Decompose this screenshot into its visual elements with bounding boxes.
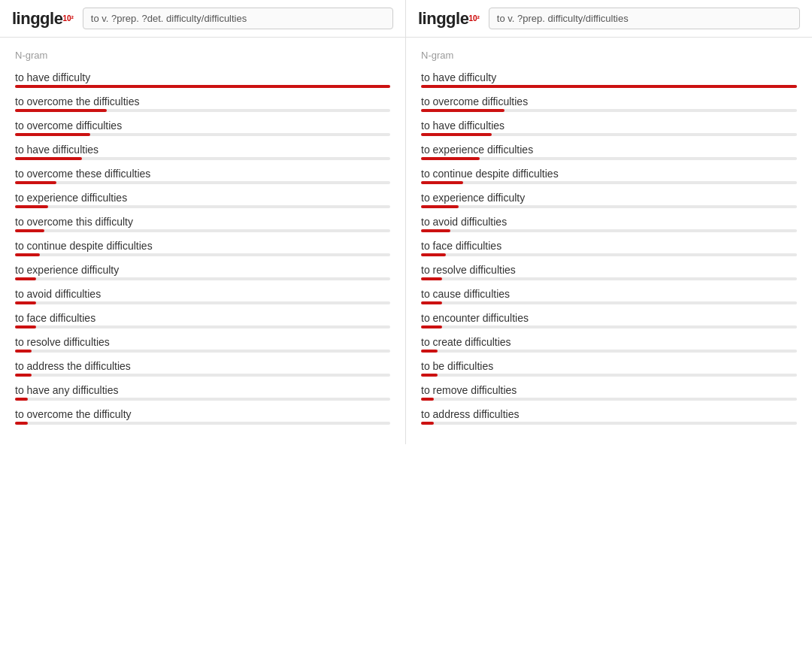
bar-fill <box>421 109 504 112</box>
bar-container <box>15 398 390 401</box>
bar-fill <box>421 374 438 377</box>
bar-fill <box>15 398 28 401</box>
list-item[interactable]: to remove difficulties <box>421 384 797 401</box>
bar-fill <box>421 133 492 136</box>
ngram-phrase: to have difficulty <box>15 71 390 85</box>
main-content: N-gram to have difficulty to overcome th… <box>0 38 812 444</box>
bar-container <box>15 325 390 328</box>
list-item[interactable]: to have difficulty <box>15 71 390 88</box>
list-item[interactable]: to have difficulties <box>15 144 390 160</box>
list-item[interactable]: to address difficulties <box>421 408 797 425</box>
ngram-phrase: to have difficulties <box>421 120 797 133</box>
ngram-phrase: to experience difficulties <box>421 144 797 157</box>
list-item[interactable]: to overcome difficulties <box>15 120 390 136</box>
bar-fill <box>15 157 82 160</box>
bar-fill <box>421 301 442 304</box>
bar-container <box>15 374 390 377</box>
bar-container <box>421 253 797 256</box>
left-panel: N-gram to have difficulty to overcome th… <box>0 38 406 444</box>
ngram-phrase: to have difficulties <box>15 144 390 157</box>
ngram-phrase: to experience difficulty <box>421 192 797 205</box>
bar-container <box>421 350 797 353</box>
bar-fill <box>15 253 40 256</box>
bar-container <box>15 229 390 232</box>
bar-fill <box>421 157 480 160</box>
bar-fill <box>15 325 36 328</box>
bar-fill <box>15 109 107 112</box>
list-item[interactable]: to overcome this difficulty <box>15 216 390 232</box>
ngram-phrase: to overcome the difficulties <box>15 95 390 109</box>
bar-fill <box>421 398 434 401</box>
list-item[interactable]: to resolve difficulties <box>421 264 797 280</box>
bar-container <box>421 398 797 401</box>
bar-container <box>421 325 797 328</box>
list-item[interactable]: to encounter difficulties <box>421 312 797 328</box>
list-item[interactable]: to overcome the difficulties <box>15 95 390 112</box>
bar-container <box>15 253 390 256</box>
bar-fill <box>421 253 446 256</box>
list-item[interactable]: to have difficulty <box>421 71 797 88</box>
ngram-phrase: to overcome difficulties <box>421 95 797 109</box>
bar-fill <box>15 301 36 304</box>
bar-fill <box>15 277 36 280</box>
bar-container <box>15 205 390 208</box>
bar-container <box>15 422 390 425</box>
list-item[interactable]: to have any difficulties <box>15 384 390 401</box>
right-search-input[interactable] <box>489 8 800 29</box>
list-item[interactable]: to experience difficulties <box>15 192 390 208</box>
list-item[interactable]: to continue despite difficulties <box>421 168 797 184</box>
list-item[interactable]: to face difficulties <box>15 312 390 328</box>
bar-fill <box>421 85 797 88</box>
bar-container <box>421 181 797 184</box>
list-item[interactable]: to continue despite difficulties <box>15 240 390 256</box>
ngram-phrase: to experience difficulties <box>15 192 390 205</box>
bar-container <box>15 157 390 160</box>
list-item[interactable]: to be difficulties <box>421 360 797 377</box>
ngram-phrase: to avoid difficulties <box>421 216 797 229</box>
list-item[interactable]: to have difficulties <box>421 120 797 136</box>
right-panel: N-gram to have difficulty to overcome di… <box>406 38 812 444</box>
list-item[interactable]: to overcome difficulties <box>421 95 797 112</box>
list-item[interactable]: to address the difficulties <box>15 360 390 377</box>
list-item[interactable]: to face difficulties <box>421 240 797 256</box>
bar-container <box>15 350 390 353</box>
list-item[interactable]: to overcome the difficulty <box>15 408 390 425</box>
list-item[interactable]: to experience difficulty <box>421 192 797 208</box>
list-item[interactable]: to resolve difficulties <box>15 336 390 353</box>
left-header: linggle10² <box>0 0 406 37</box>
bar-container <box>421 109 797 112</box>
ngram-phrase: to have difficulty <box>421 71 797 85</box>
ngram-phrase: to face difficulties <box>421 240 797 253</box>
right-ngram-label: N-gram <box>421 50 797 61</box>
left-logo: linggle10² <box>12 9 74 29</box>
list-item[interactable]: to experience difficulties <box>421 144 797 160</box>
ngram-phrase: to overcome these difficulties <box>15 168 390 181</box>
ngram-phrase: to continue despite difficulties <box>15 240 390 253</box>
right-logo-text: linggle <box>418 9 468 29</box>
list-item[interactable]: to overcome these difficulties <box>15 168 390 184</box>
bar-fill <box>15 85 390 88</box>
bar-container <box>15 301 390 304</box>
list-item[interactable]: to avoid difficulties <box>15 288 390 304</box>
left-ngram-label: N-gram <box>15 50 390 61</box>
bar-container <box>421 133 797 136</box>
ngram-phrase: to resolve difficulties <box>421 264 797 277</box>
left-search-input[interactable] <box>83 8 393 29</box>
right-logo: linggle10² <box>418 9 480 29</box>
bar-container <box>421 422 797 425</box>
list-item[interactable]: to cause difficulties <box>421 288 797 304</box>
ngram-phrase: to avoid difficulties <box>15 288 390 301</box>
ngram-phrase: to overcome this difficulty <box>15 216 390 229</box>
left-items-container: to have difficulty to overcome the diffi… <box>15 71 390 425</box>
left-logo-sup: 10² <box>62 14 73 23</box>
list-item[interactable]: to experience difficulty <box>15 264 390 280</box>
ngram-phrase: to encounter difficulties <box>421 312 797 325</box>
list-item[interactable]: to avoid difficulties <box>421 216 797 232</box>
bar-fill <box>421 181 463 184</box>
list-item[interactable]: to create difficulties <box>421 336 797 353</box>
bar-fill <box>15 181 56 184</box>
bar-container <box>421 374 797 377</box>
bar-container <box>421 205 797 208</box>
bar-container <box>15 109 390 112</box>
ngram-phrase: to cause difficulties <box>421 288 797 301</box>
